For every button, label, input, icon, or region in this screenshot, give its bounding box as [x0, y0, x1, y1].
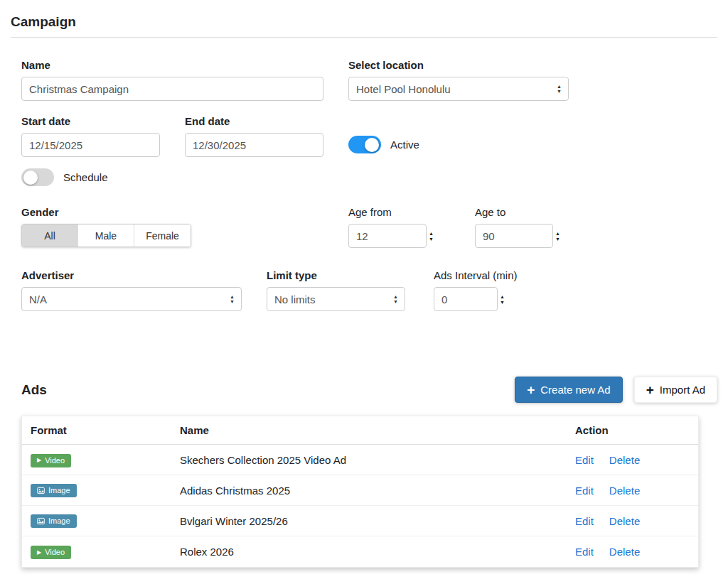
table-row: ImageBvlgari Winter 2025/26EditDelete: [22, 506, 698, 536]
spinner-icon[interactable]: ▲▼: [429, 232, 434, 241]
campaign-form: Name Select location Hotel Pool Honolulu…: [11, 59, 717, 311]
video-badge: ▶Video: [31, 454, 71, 467]
advertiser-label: Advertiser: [21, 269, 242, 281]
limit-type-label: Limit type: [267, 269, 405, 281]
column-header-name: Name: [171, 416, 567, 445]
select-arrows-icon: ▲▼: [393, 295, 398, 303]
edit-link[interactable]: Edit: [575, 546, 594, 558]
campaign-page: Campaign Name Select location Hotel Pool…: [0, 0, 728, 584]
ad-name: Rolex 2026: [171, 536, 567, 567]
create-new-ad-button[interactable]: + Create new Ad: [515, 377, 623, 403]
ads-section-header: Ads + Create new Ad + Import Ad: [11, 377, 717, 403]
ads-table-body: ▶VideoSkechers Collection 2025 Video AdE…: [22, 445, 698, 567]
end-date-label: End date: [185, 115, 323, 127]
advertiser-select[interactable]: N/A ▲▼: [21, 287, 242, 311]
location-value: Hotel Pool Honolulu: [356, 83, 451, 95]
create-new-ad-label: Create new Ad: [540, 384, 610, 396]
badge-label: Video: [45, 457, 65, 465]
delete-link[interactable]: Delete: [609, 515, 640, 527]
badge-label: Video: [45, 548, 65, 556]
badge-label: Image: [48, 517, 70, 525]
divider: [11, 37, 717, 38]
select-arrows-icon: ▲▼: [230, 295, 235, 303]
name-input[interactable]: [21, 77, 323, 101]
ads-title: Ads: [21, 382, 47, 398]
import-ad-label: Import Ad: [660, 384, 705, 396]
gender-label: Gender: [21, 206, 348, 218]
plus-icon: +: [646, 383, 654, 396]
active-toggle-label: Active: [390, 139, 419, 151]
spinner-icon[interactable]: ▲▼: [555, 232, 560, 241]
age-from-label: Age from: [348, 206, 475, 218]
name-label: Name: [21, 59, 323, 71]
limit-type-value: No limits: [274, 293, 316, 305]
age-to-input[interactable]: [475, 224, 553, 248]
table-row: ImageAdidas Christmas 2025EditDelete: [22, 475, 698, 506]
toggle-knob: [365, 138, 379, 152]
age-from-input[interactable]: [348, 224, 427, 248]
edit-link[interactable]: Edit: [575, 515, 594, 527]
image-icon: [37, 487, 45, 494]
limit-type-select[interactable]: No limits ▲▼: [267, 287, 405, 311]
advertiser-value: N/A: [29, 293, 47, 305]
video-badge: ▶Video: [31, 546, 71, 559]
delete-link[interactable]: Delete: [609, 546, 640, 558]
ad-name: Adidas Christmas 2025: [171, 475, 567, 506]
gender-all-button[interactable]: All: [22, 225, 78, 247]
ads-interval-input[interactable]: [434, 287, 498, 311]
schedule-toggle[interactable]: [21, 168, 54, 186]
schedule-toggle-label: Schedule: [63, 171, 108, 183]
edit-link[interactable]: Edit: [575, 454, 594, 466]
table-row: ▶VideoRolex 2026EditDelete: [22, 536, 698, 567]
active-toggle[interactable]: [348, 136, 381, 153]
spinner-icon[interactable]: ▲▼: [500, 295, 505, 304]
start-date-input[interactable]: [21, 133, 160, 157]
age-to-label: Age to: [475, 206, 601, 218]
play-icon: ▶: [37, 458, 41, 463]
badge-label: Image: [48, 487, 70, 494]
ad-name: Bvlgari Winter 2025/26: [171, 506, 567, 536]
start-date-label: Start date: [21, 115, 160, 127]
import-ad-button[interactable]: + Import Ad: [634, 377, 717, 403]
location-select[interactable]: Hotel Pool Honolulu ▲▼: [348, 77, 569, 101]
delete-link[interactable]: Delete: [609, 485, 640, 497]
delete-link[interactable]: Delete: [609, 454, 640, 466]
page-title: Campaign: [11, 14, 717, 30]
table-header-row: Format Name Action: [22, 416, 698, 445]
gender-male-button[interactable]: Male: [78, 225, 134, 247]
toggle-knob: [23, 171, 38, 185]
column-header-action: Action: [567, 416, 698, 445]
ad-name: Skechers Collection 2025 Video Ad: [171, 445, 567, 475]
play-icon: ▶: [37, 550, 41, 556]
column-header-format: Format: [22, 416, 171, 445]
plus-icon: +: [527, 383, 535, 396]
table-row: ▶VideoSkechers Collection 2025 Video AdE…: [22, 445, 698, 475]
image-icon: [37, 517, 45, 525]
end-date-input[interactable]: [185, 133, 323, 157]
location-label: Select location: [348, 59, 569, 71]
ads-interval-label: Ads Interval (min): [434, 269, 526, 281]
select-arrows-icon: ▲▼: [557, 85, 562, 93]
gender-button-group: All Male Female: [21, 224, 191, 247]
ads-table: Format Name Action ▶VideoSkechers Collec…: [21, 416, 699, 568]
gender-female-button[interactable]: Female: [134, 225, 191, 247]
edit-link[interactable]: Edit: [575, 485, 594, 497]
image-badge: Image: [31, 484, 77, 497]
image-badge: Image: [31, 514, 77, 528]
